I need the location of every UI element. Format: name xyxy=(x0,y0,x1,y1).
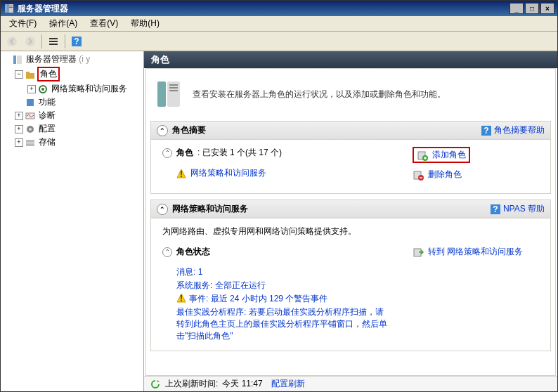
npas-section-header: ⌃ 网络策略和访问服务 ? NPAS 帮助 xyxy=(151,200,550,218)
npas-section: ⌃ 网络策略和访问服务 ? NPAS 帮助 为网络路由、虚拟专用网和网络访问策略… xyxy=(150,200,551,351)
help-icon: ? xyxy=(491,204,500,214)
last-refresh-value: 今天 11:47 xyxy=(222,378,262,390)
svg-rect-6 xyxy=(49,38,58,39)
tree-view[interactable]: 服务器管理器 (i y − 角色 + 网络策略和访问服务 功能 xyxy=(1,51,144,391)
goto-npas-link[interactable]: 转到 网络策略和访问服务 xyxy=(413,246,539,258)
role-status-line: ⌃ 角色状态 xyxy=(162,246,413,258)
close-button[interactable]: × xyxy=(540,3,554,14)
collapse-button[interactable]: ⌃ xyxy=(162,148,172,158)
app-icon xyxy=(4,3,15,14)
tree-configuration[interactable]: + 配置 xyxy=(15,122,142,136)
svg-rect-12 xyxy=(17,55,22,64)
collapse-button[interactable]: ⌃ xyxy=(162,247,172,257)
window-title: 服务器管理器 xyxy=(18,3,510,15)
tree-storage[interactable]: + 存储 xyxy=(15,136,142,149)
svg-text:!: ! xyxy=(180,294,183,303)
tree-features[interactable]: 功能 xyxy=(15,96,142,109)
svg-rect-25 xyxy=(169,84,178,86)
content-header: 角色 xyxy=(144,51,557,68)
content-body: 查看安装在服务器上角色的运行状况，以及添加或删除角色和功能。 ⌃ 角色摘要 ? … xyxy=(145,68,556,376)
help-icon: ? xyxy=(481,126,491,136)
tree-npas[interactable]: + 网络策略和访问服务 xyxy=(27,82,142,96)
warning-icon: ! xyxy=(176,169,186,178)
last-refresh-label: 上次刷新时间: xyxy=(165,378,218,390)
svg-rect-26 xyxy=(169,87,178,89)
roles-count-line: ⌃ 角色: 已安装 1 个(共 17 个) xyxy=(162,147,413,159)
menu-file[interactable]: 文件(F) xyxy=(4,16,42,31)
intro-text: 查看安装在服务器上角色的运行状况，以及添加或删除角色和功能。 xyxy=(193,89,446,100)
roles-summary-header: ⌃ 角色摘要 ? 角色摘要帮助 xyxy=(151,122,550,140)
warning-icon: ! xyxy=(176,293,186,303)
svg-point-4 xyxy=(7,37,17,46)
menu-bar: 文件(F) 操作(A) 查看(V) 帮助(H) xyxy=(1,16,557,32)
services-link[interactable]: 系统服务: 全部正在运行 xyxy=(176,280,413,292)
content-panel: 角色 查看安装在服务器上角色的运行状况，以及添加或删除角色和功能。 ⌃ 角色摘要… xyxy=(144,51,557,391)
events-link[interactable]: ! 事件: 最近 24 小时内 129 个警告事件 xyxy=(176,293,413,305)
svg-rect-13 xyxy=(26,73,34,79)
svg-point-16 xyxy=(41,88,44,91)
section-title: 角色摘要 xyxy=(172,124,206,136)
refresh-icon xyxy=(150,379,161,390)
tree-diagnostics[interactable]: + 诊断 xyxy=(15,109,142,122)
back-button xyxy=(4,34,20,49)
svg-rect-14 xyxy=(26,72,30,74)
forward-button xyxy=(22,34,39,49)
expander-icon[interactable]: + xyxy=(15,138,23,147)
toolbar: ? xyxy=(1,32,557,51)
svg-rect-23 xyxy=(157,81,166,107)
storage-icon xyxy=(25,137,36,148)
section-title: 网络策略和访问服务 xyxy=(172,203,248,215)
menu-view[interactable]: 查看(V) xyxy=(84,16,124,31)
installed-role-entry: ! 网络策略和访问服务 xyxy=(176,167,413,179)
svg-text:?: ? xyxy=(74,37,79,46)
remove-role-link[interactable]: 删除角色 xyxy=(413,169,539,181)
remove-icon xyxy=(413,169,424,181)
roles-icon xyxy=(25,69,36,80)
minimize-button[interactable]: _ xyxy=(510,3,524,14)
svg-point-20 xyxy=(29,128,32,131)
toolbar-separator xyxy=(41,34,42,48)
features-icon xyxy=(25,97,36,108)
tree-root[interactable]: 服务器管理器 (i y xyxy=(2,53,142,66)
svg-rect-2 xyxy=(9,6,13,6)
add-role-link[interactable]: 添加角色 xyxy=(413,147,470,163)
roles-summary-help-link[interactable]: ? 角色摘要帮助 xyxy=(481,124,545,136)
role-npas-link[interactable]: 网络策略和访问服务 xyxy=(190,167,266,179)
svg-rect-8 xyxy=(49,44,58,45)
menu-help[interactable]: 帮助(H) xyxy=(125,16,165,31)
goto-icon xyxy=(413,247,424,258)
bpa-link[interactable]: 最佳实践分析程序: 若要启动最佳实践分析程序扫描，请转到此角色主页上的最佳实践分… xyxy=(176,306,413,342)
tree-roles[interactable]: − 角色 xyxy=(15,66,142,82)
server-large-icon xyxy=(153,79,184,110)
diagnostics-icon xyxy=(25,110,36,122)
svg-text:?: ? xyxy=(484,126,488,136)
svg-rect-7 xyxy=(49,41,58,42)
messages-link[interactable]: 消息: 1 xyxy=(176,266,413,278)
svg-rect-27 xyxy=(169,90,178,91)
window-buttons: _ □ × xyxy=(510,3,554,14)
npas-description: 为网络路由、虚拟专用网和网络访问策略提供支持。 xyxy=(162,226,539,237)
svg-point-5 xyxy=(25,37,35,46)
menu-action[interactable]: 操作(A) xyxy=(44,16,83,31)
svg-rect-21 xyxy=(26,140,34,143)
help-button[interactable]: ? xyxy=(68,34,85,49)
svg-rect-22 xyxy=(26,143,34,146)
refresh-button[interactable] xyxy=(45,34,62,49)
collapse-button[interactable]: ⌃ xyxy=(157,125,168,136)
collapse-button[interactable]: ⌃ xyxy=(157,204,168,215)
expander-icon[interactable]: + xyxy=(15,112,23,120)
expander-icon[interactable]: − xyxy=(15,70,23,79)
add-icon xyxy=(417,150,428,161)
intro-row: 查看安装在服务器上角色的运行状况，以及添加或删除角色和功能。 xyxy=(150,73,551,121)
svg-rect-0 xyxy=(5,4,8,13)
window-titlebar: 服务器管理器 _ □ × xyxy=(1,1,557,16)
configure-refresh-link[interactable]: 配置刷新 xyxy=(271,378,305,390)
svg-rect-3 xyxy=(9,7,13,8)
expander-icon[interactable]: + xyxy=(27,85,36,93)
svg-marker-41 xyxy=(157,380,160,382)
npas-help-link[interactable]: ? NPAS 帮助 xyxy=(491,203,545,215)
roles-summary-section: ⌃ 角色摘要 ? 角色摘要帮助 ⌃ 角色: 已安装 1 个(共 17 个) xyxy=(150,121,551,194)
expander-icon[interactable]: + xyxy=(15,125,23,133)
gear-icon xyxy=(25,124,36,135)
maximize-button[interactable]: □ xyxy=(525,3,539,14)
